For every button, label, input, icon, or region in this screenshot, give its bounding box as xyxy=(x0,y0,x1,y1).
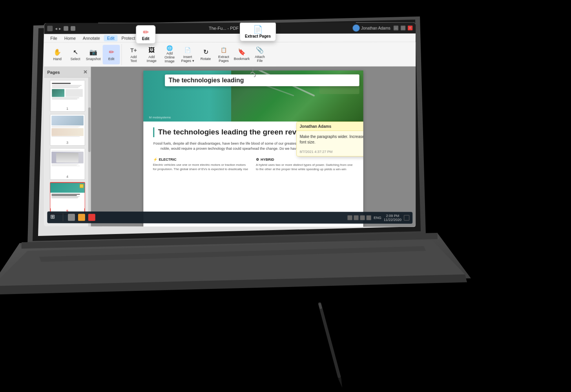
maximize-button[interactable]: □ xyxy=(401,25,405,30)
volume-icon xyxy=(354,215,359,220)
page-num-1: 1 xyxy=(66,106,68,111)
svg-marker-6 xyxy=(22,233,438,249)
page-thumb-3[interactable]: 3 xyxy=(50,114,85,146)
user-name: Jonathan Adams xyxy=(361,26,390,30)
add-image-tool[interactable]: 🖼 AddImage xyxy=(143,45,160,64)
rotate-handle[interactable] xyxy=(249,69,257,76)
add-online-image-tool[interactable]: 🌐 AddOnline Image xyxy=(161,45,178,64)
pages-panel-close[interactable]: ✕ xyxy=(83,69,88,75)
back-arrow[interactable]: ◂ xyxy=(55,26,57,31)
edit-tooltip-icon: ✏ xyxy=(140,28,151,36)
pdf-page: M mobisystems The technologies leading T… xyxy=(143,71,363,227)
electric-title-text: ELECTRIC xyxy=(159,158,177,162)
note-timestamp: 8/7/2021 4:37:27 PM xyxy=(297,148,363,156)
pages-panel-header: Pages ✕ xyxy=(44,67,90,78)
taskbar-clock: 2:09 PM 11/22/2020 xyxy=(384,214,401,222)
hand-tool[interactable]: ✋ Hand xyxy=(49,45,66,64)
insert-pages-tool[interactable]: 📄 InsertPages ▾ xyxy=(179,45,196,64)
select-icon: ↖ xyxy=(71,48,80,56)
note-popup-header: Jonathan Adams ✕ xyxy=(297,122,363,131)
user-area: Jonathan Adams xyxy=(352,24,390,31)
add-image-label: AddImage xyxy=(147,55,157,63)
window-controls[interactable]: ─ □ ✕ xyxy=(394,25,412,30)
taskbar-folder-icon[interactable] xyxy=(78,214,85,221)
taskbar-show-desktop[interactable] xyxy=(404,215,409,221)
snapshot-icon: 📷 xyxy=(89,48,98,56)
select-tool[interactable]: ↖ Select xyxy=(67,45,84,64)
svg-marker-9 xyxy=(0,274,467,295)
taskbar-time: 2:09 PM xyxy=(386,214,400,218)
pdf-main-content[interactable]: M mobisystems The technologies leading T… xyxy=(91,67,416,227)
page-thumb-img-1 xyxy=(50,80,85,106)
scroll-track xyxy=(88,78,91,226)
title-bar: ◂ ▸ The-Fu... - PDF Extra Jonathan Adams… xyxy=(44,22,416,34)
hybrid-title-text: HYBRID xyxy=(261,158,274,162)
menu-file[interactable]: File xyxy=(47,35,60,41)
nav-arrows[interactable]: ◂ ▸ xyxy=(55,26,61,31)
pages-scroll[interactable]: 1 xyxy=(44,78,90,226)
pdf-logo: M mobisystems xyxy=(149,116,171,119)
app-icon xyxy=(47,26,53,31)
rotate-tool[interactable]: ↻ Rotate xyxy=(197,45,214,64)
hand-icon: ✋ xyxy=(53,48,62,56)
pdf-section-electric: ⚡ ELECTRIC Electric vehicles use one or … xyxy=(153,158,250,172)
edit-tooltip-label: Edit xyxy=(140,36,151,41)
extract-pages-icon: 📋 xyxy=(219,46,228,54)
edit-tooltip: ✏ Edit xyxy=(136,25,155,44)
bookmark-tool[interactable]: 🔖 Bookmark xyxy=(233,44,250,64)
pdf-header-text-popup: The technologies leading xyxy=(165,74,359,86)
svg-marker-7 xyxy=(0,240,465,286)
menu-bar: File Home Annotate Edit Protect View xyxy=(44,33,416,42)
attach-file-icon: 📎 xyxy=(255,46,264,54)
taskbar-desktop-icon[interactable] xyxy=(68,214,75,221)
toolbar: ✏ Edit 📄 Extract Pages ✋ Hand ↖ Select xyxy=(44,42,416,67)
note-popup-body: Make the paragraphs wider. Increase font… xyxy=(297,131,363,148)
page-thumb-4[interactable]: 4 xyxy=(50,148,85,180)
bookmark-label: Bookmark xyxy=(234,57,250,61)
user-avatar xyxy=(352,25,359,32)
svg-rect-12 xyxy=(318,303,322,309)
snapshot-label: Snapshot xyxy=(86,57,101,61)
svg-marker-11 xyxy=(338,378,344,388)
page-thumb-img-3 xyxy=(50,114,85,140)
insert-pages-icon: 📄 xyxy=(183,46,192,54)
svg-marker-8 xyxy=(39,246,426,262)
system-tray xyxy=(348,215,371,220)
titlebar-left: ◂ ▸ xyxy=(47,26,75,31)
attach-file-label: AttachFile xyxy=(255,55,265,63)
page-thumb-5[interactable]: 5 xyxy=(50,182,85,215)
edit-icon: ✏ xyxy=(107,48,116,56)
svg-marker-4 xyxy=(0,233,471,290)
menu-protect[interactable]: Protect xyxy=(119,35,139,41)
start-button[interactable]: ⊞ xyxy=(50,213,58,221)
bookmark-icon: 🔖 xyxy=(237,47,246,56)
pdf-sections: ⚡ ELECTRIC Electric vehicles use one or … xyxy=(153,158,353,172)
print-icon[interactable] xyxy=(64,26,68,31)
minimize-button[interactable]: ─ xyxy=(394,25,398,30)
scroll-thumb[interactable] xyxy=(88,107,91,152)
toolbar-group-edit: T+ AddText 🖼 AddImage 🌐 AddOnline Image … xyxy=(123,44,270,65)
extract-pages-tool[interactable]: 📋 ExtractPages xyxy=(215,44,232,64)
close-button[interactable]: ✕ xyxy=(408,25,412,30)
extract-pages-label: ExtractPages xyxy=(218,55,229,63)
rotate-label: Rotate xyxy=(201,57,211,61)
taskbar-alert-icon[interactable] xyxy=(88,214,95,221)
page-thumb-img-5 xyxy=(50,183,85,209)
pdf-section-electric-text: Electric vehicles use one or more electr… xyxy=(153,163,250,172)
menu-annotate[interactable]: Annotate xyxy=(80,35,103,41)
add-image-icon: 🖼 xyxy=(147,46,156,54)
add-text-tool[interactable]: T+ AddText xyxy=(125,45,142,64)
share-icon[interactable] xyxy=(71,26,75,31)
add-online-image-label: AddOnline Image xyxy=(162,52,177,64)
attach-file-tool[interactable]: 📎 AttachFile xyxy=(251,44,268,64)
snapshot-tool[interactable]: 📷 Snapshot xyxy=(85,45,102,64)
menu-home[interactable]: Home xyxy=(61,35,79,41)
taskbar-left: ⊞ xyxy=(50,213,95,221)
forward-arrow[interactable]: ▸ xyxy=(59,26,61,31)
edit-tool[interactable]: ✏ Edit xyxy=(103,45,120,64)
menu-edit[interactable]: Edit xyxy=(104,35,118,41)
page-thumb-1[interactable]: 1 xyxy=(50,80,85,112)
battery-icon xyxy=(360,215,365,220)
taskbar-lang: ENG xyxy=(374,216,381,220)
insert-pages-label: InsertPages ▾ xyxy=(181,55,194,63)
